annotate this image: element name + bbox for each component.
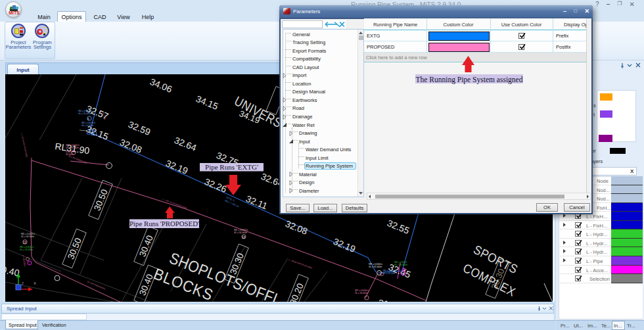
svg-text:GL = 31.00m: GL = 31.00m <box>383 272 396 275</box>
svg-text:Z: Z <box>22 281 24 285</box>
svg-text:X: X <box>34 281 36 285</box>
svg-text:18: 18 <box>242 236 246 239</box>
svg-text:GL = 31.000m: GL = 31.000m <box>78 112 92 115</box>
svg-text:GL = 32.943m: GL = 32.943m <box>66 147 80 149</box>
svg-text:GL = 30.500m: GL = 30.500m <box>21 235 35 238</box>
svg-text:GL = 30.000m: GL = 30.000m <box>394 264 408 266</box>
svg-text:Pipe Runs 'EXTG': Pipe Runs 'EXTG' <box>205 163 258 171</box>
svg-text:GL = 30.000m: GL = 30.000m <box>234 231 248 234</box>
svg-text:32: 32 <box>85 127 96 137</box>
svg-text:Pipe Runs 'PROPOSED': Pipe Runs 'PROPOSED' <box>129 220 199 227</box>
svg-text:GL = 31.000m: GL = 31.000m <box>369 266 382 268</box>
svg-text:15: 15 <box>23 241 27 245</box>
svg-text:GL = 30.000m: GL = 30.000m <box>355 292 369 295</box>
svg-text:GL = 31.034m: GL = 31.034m <box>20 248 34 251</box>
